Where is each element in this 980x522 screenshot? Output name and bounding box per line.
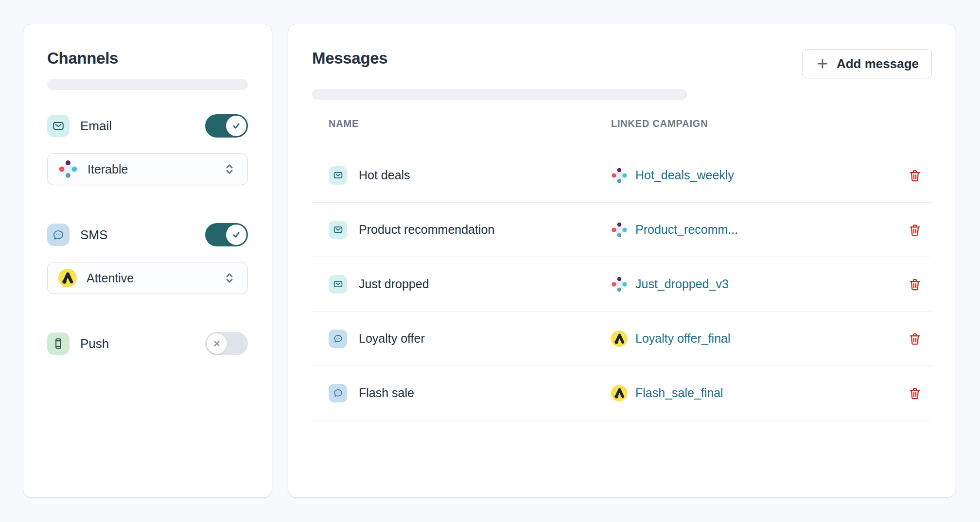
sms-provider-name: Attentive bbox=[87, 271, 134, 285]
iterable-logo bbox=[611, 276, 628, 293]
linked-campaign-cell: Just_dropped_v3 bbox=[611, 276, 898, 293]
delete-message-button[interactable] bbox=[898, 278, 932, 291]
email-badge bbox=[329, 275, 347, 294]
iterable-logo bbox=[611, 222, 628, 238]
email-provider-name: Iterable bbox=[88, 162, 128, 176]
delete-message-button[interactable] bbox=[898, 223, 932, 237]
push-toggle-knob bbox=[207, 333, 227, 354]
trash-icon bbox=[908, 278, 922, 291]
sms-icon bbox=[333, 388, 343, 398]
email-icon bbox=[52, 120, 65, 132]
channel-group-email: Email bbox=[47, 114, 248, 185]
table-row: Just dropped Just_dropped_v3 bbox=[312, 257, 932, 312]
message-name: Product recommendation bbox=[359, 223, 494, 237]
campaign-link[interactable]: Hot_deals_weekly bbox=[635, 168, 734, 182]
campaign-link[interactable]: Loyalty offer_final bbox=[635, 331, 731, 346]
message-name-cell: Just dropped bbox=[329, 275, 611, 294]
trash-icon bbox=[908, 386, 922, 400]
message-name: Loyalty offer bbox=[359, 331, 425, 346]
messages-panel: Messages Add message NAME LINKED CAMPAIG… bbox=[288, 24, 956, 498]
message-name: Hot deals bbox=[359, 168, 410, 182]
trash-icon bbox=[908, 223, 922, 237]
table-row: Loyalty offer Loyalty offer_final bbox=[312, 312, 932, 366]
sms-icon bbox=[333, 333, 343, 344]
x-icon bbox=[210, 337, 223, 350]
email-icon bbox=[333, 170, 343, 180]
campaign-link[interactable]: Flash_sale_final bbox=[635, 386, 723, 400]
email-icon bbox=[333, 279, 343, 289]
sms-provider-select[interactable]: Attentive bbox=[47, 262, 248, 294]
message-name-cell: Hot deals bbox=[329, 166, 611, 185]
plus-icon bbox=[815, 56, 830, 71]
channel-row-push: Push bbox=[47, 332, 248, 355]
channel-label-email: Email bbox=[80, 119, 112, 134]
sms-icon bbox=[52, 228, 65, 241]
channels-skeleton-bar bbox=[47, 79, 248, 90]
messages-title: Messages bbox=[312, 48, 387, 69]
email-provider-select[interactable]: Iterable bbox=[47, 153, 248, 185]
sms-badge bbox=[329, 384, 347, 402]
attentive-logo bbox=[611, 331, 628, 347]
sms-toggle-knob bbox=[226, 225, 246, 245]
delete-message-button[interactable] bbox=[898, 169, 932, 182]
delete-message-button[interactable] bbox=[898, 332, 932, 346]
push-icon bbox=[52, 337, 65, 350]
delete-message-button[interactable] bbox=[898, 386, 932, 400]
check-icon bbox=[230, 228, 243, 241]
check-icon bbox=[230, 120, 243, 132]
add-message-button[interactable]: Add message bbox=[802, 49, 932, 78]
trash-icon bbox=[908, 169, 922, 182]
channels-panel: Channels Email bbox=[23, 24, 272, 498]
chevron-updown-icon bbox=[222, 162, 237, 176]
linked-campaign-cell: Flash_sale_final bbox=[611, 385, 898, 401]
sms-toggle[interactable] bbox=[205, 223, 248, 246]
table-row: Flash sale Flash_sale_final bbox=[312, 366, 932, 420]
messages-skeleton-bar bbox=[312, 89, 687, 100]
push-toggle[interactable] bbox=[205, 332, 248, 355]
channel-group-push: Push bbox=[47, 332, 248, 355]
channel-row-sms: SMS bbox=[47, 223, 248, 246]
column-header-linked-campaign: LINKED CAMPAIGN bbox=[611, 118, 898, 129]
message-name: Flash sale bbox=[359, 386, 414, 400]
email-badge bbox=[47, 115, 70, 137]
email-badge bbox=[329, 221, 347, 239]
table-header-row: NAME LINKED CAMPAIGN bbox=[312, 118, 932, 148]
message-name-cell: Loyalty offer bbox=[329, 330, 611, 348]
email-toggle-knob bbox=[226, 116, 246, 136]
messages-table: NAME LINKED CAMPAIGN Hot deals bbox=[312, 118, 932, 420]
sms-badge bbox=[47, 224, 70, 246]
linked-campaign-cell: Hot_deals_weekly bbox=[611, 167, 898, 184]
email-toggle[interactable] bbox=[205, 114, 248, 138]
email-icon bbox=[333, 225, 343, 235]
channel-row-email: Email bbox=[47, 114, 248, 138]
attentive-logo bbox=[611, 385, 628, 401]
message-name-cell: Flash sale bbox=[329, 384, 611, 402]
messages-header: Messages Add message bbox=[312, 48, 932, 78]
channel-label-sms: SMS bbox=[80, 227, 107, 243]
campaign-link[interactable]: Product_recomm... bbox=[635, 223, 738, 237]
linked-campaign-cell: Loyalty offer_final bbox=[611, 331, 898, 347]
channel-group-sms: SMS Attentive bbox=[47, 223, 248, 294]
table-row: Hot deals Hot_deals_weekly bbox=[312, 148, 932, 203]
attentive-logo bbox=[58, 269, 77, 287]
channels-title: Channels bbox=[47, 48, 248, 69]
message-name-cell: Product recommendation bbox=[329, 221, 611, 239]
chevron-updown-icon bbox=[222, 271, 237, 285]
sms-badge bbox=[329, 330, 347, 348]
page: Channels Email bbox=[0, 0, 980, 522]
add-message-label: Add message bbox=[837, 56, 919, 71]
push-badge bbox=[47, 332, 70, 355]
channel-label-push: Push bbox=[80, 336, 109, 351]
column-header-name: NAME bbox=[329, 118, 611, 129]
iterable-logo bbox=[611, 167, 628, 184]
campaign-link[interactable]: Just_dropped_v3 bbox=[635, 277, 729, 291]
iterable-logo bbox=[58, 159, 78, 179]
email-badge bbox=[329, 166, 347, 185]
trash-icon bbox=[908, 332, 922, 346]
table-row: Product recommendation Product_recomm... bbox=[312, 203, 932, 257]
linked-campaign-cell: Product_recomm... bbox=[611, 222, 898, 238]
message-name: Just dropped bbox=[359, 277, 429, 291]
